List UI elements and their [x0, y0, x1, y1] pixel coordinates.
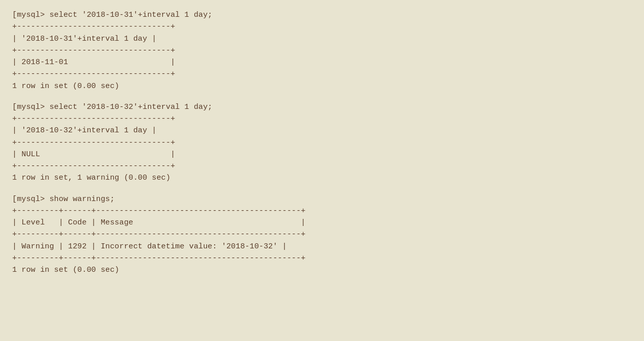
terminal-line-1-3: +---------------------------------+ — [12, 137, 632, 149]
terminal-line-0-3: +---------------------------------+ — [12, 45, 632, 56]
terminal-line-1-1: +---------------------------------+ — [12, 113, 632, 125]
terminal-section-0: [mysql> select '2018-10-31'+interval 1 d… — [12, 9, 632, 92]
terminal-line-0-1: +---------------------------------+ — [12, 21, 632, 33]
terminal-line-0-0: [mysql> select '2018-10-31'+interval 1 d… — [12, 9, 632, 21]
terminal-section-2: [mysql> show warnings;+---------+------+… — [12, 193, 632, 276]
terminal-line-1-2: | '2018-10-32'+interval 1 day | — [12, 125, 632, 136]
terminal-line-1-5: +---------------------------------+ — [12, 160, 632, 172]
terminal-line-0-4: | 2018-11-01 | — [12, 56, 632, 68]
terminal-line-2-2: | Level | Code | Message | — [12, 217, 632, 229]
terminal-line-1-4: | NULL | — [12, 149, 632, 160]
terminal-line-2-0: [mysql> show warnings; — [12, 193, 632, 205]
terminal-line-1-0: [mysql> select '2018-10-32'+interval 1 d… — [12, 101, 632, 113]
terminal-line-2-6: 1 row in set (0.00 sec) — [12, 264, 632, 276]
terminal-section-1: [mysql> select '2018-10-32'+interval 1 d… — [12, 101, 632, 184]
terminal-container: [mysql> select '2018-10-31'+interval 1 d… — [12, 9, 632, 276]
terminal-line-0-2: | '2018-10-31'+interval 1 day | — [12, 33, 632, 45]
terminal-line-2-1: +---------+------+----------------------… — [12, 205, 632, 217]
terminal-line-2-4: | Warning | 1292 | Incorrect datetime va… — [12, 241, 632, 252]
terminal-line-2-3: +---------+------+----------------------… — [12, 229, 632, 240]
terminal-line-0-6: 1 row in set (0.00 sec) — [12, 80, 632, 92]
terminal-line-0-5: +---------------------------------+ — [12, 68, 632, 80]
terminal-line-1-6: 1 row in set, 1 warning (0.00 sec) — [12, 172, 632, 184]
terminal-line-2-5: +---------+------+----------------------… — [12, 252, 632, 264]
